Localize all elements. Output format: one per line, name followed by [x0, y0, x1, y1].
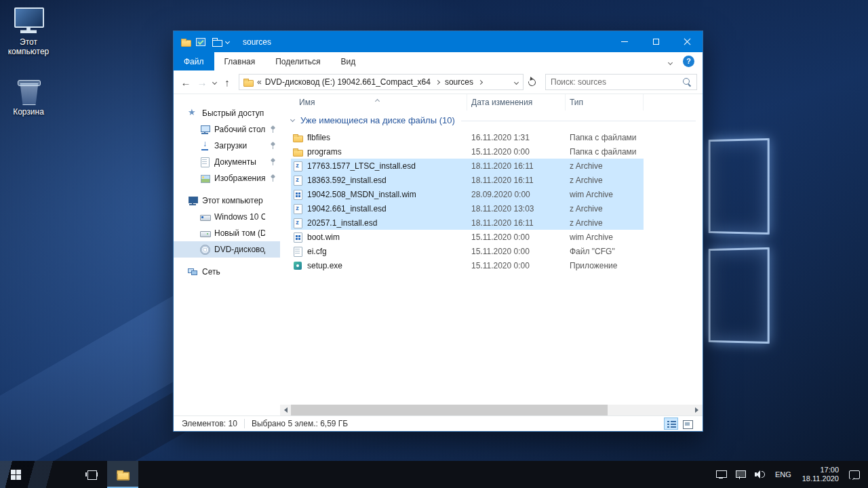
column-sort-caret-icon[interactable] — [376, 96, 379, 105]
sidebar-item-label: Рабочий стол — [214, 125, 265, 134]
group-header[interactable]: Уже имеющиеся на диске файлы (10) — [291, 110, 703, 130]
recent-locations-chevron-icon[interactable] — [210, 74, 219, 90]
close-button[interactable] — [671, 31, 703, 52]
file-row[interactable]: ei.cfg 15.11.2020 0:00 Файл "CFG" — [291, 244, 644, 258]
ribbon-tab[interactable]: Главная — [214, 52, 266, 70]
thumbnails-view-button[interactable] — [680, 418, 694, 430]
status-bar: Элементов: 10 Выбрано 5 элем.: 6,59 ГБ — [174, 415, 703, 431]
desktop-icon[interactable]: Этот компьютер — [4, 7, 53, 56]
forward-button[interactable]: → — [194, 74, 210, 90]
action-center-icon[interactable] — [848, 468, 861, 481]
file-row[interactable]: 17763.1577_LTSC_install.esd 18.11.2020 1… — [291, 159, 644, 173]
group-collapse-icon[interactable] — [291, 118, 294, 121]
file-type: wim Archive — [566, 190, 644, 199]
tray-network-icon[interactable] — [734, 468, 747, 481]
file-icon — [292, 146, 303, 157]
search-placeholder: Поиск: sources — [551, 77, 606, 87]
scrollbar-thumb[interactable] — [291, 405, 608, 415]
column-header[interactable]: Имя — [291, 94, 467, 110]
file-row[interactable]: flbfiles 16.11.2020 1:31 Папка с файлами — [291, 130, 644, 144]
desktop-icon-image — [12, 7, 45, 35]
qat-new-folder-icon[interactable] — [210, 35, 224, 49]
back-button[interactable]: ← — [178, 74, 194, 90]
language-indicator[interactable]: ENG — [773, 470, 793, 479]
system-tray: ENG 17:00 18.11.2020 — [714, 461, 868, 488]
ribbon-tab[interactable]: Поделиться — [265, 52, 330, 70]
sidebar-item-label: Загрузки — [214, 141, 265, 150]
maximize-icon — [653, 39, 659, 45]
qat-dropdown-icon[interactable] — [226, 40, 229, 43]
taskbar: ENG 17:00 18.11.2020 — [0, 461, 868, 488]
desktop-icon-label: Этот компьютер — [8, 37, 50, 56]
address-bar[interactable]: « DVD-дисковод (E:) 19042.661_Compact_x6… — [239, 74, 524, 90]
minimize-icon — [621, 41, 628, 42]
breadcrumb-item[interactable]: DVD-дисковод (E:) 19042.661_Compact_x64 — [265, 77, 445, 87]
search-box[interactable]: Поиск: sources — [545, 74, 697, 90]
refresh-button[interactable] — [524, 74, 540, 90]
titlebar[interactable]: sources — [174, 31, 703, 52]
up-button[interactable]: ↑ — [219, 74, 235, 90]
sidebar-item[interactable]: Документы — [174, 154, 280, 170]
sidebar-item[interactable]: Сеть — [174, 264, 280, 280]
search-icon[interactable] — [683, 78, 692, 87]
file-date: 15.11.2020 0:00 — [467, 232, 566, 242]
ribbon-tab-label: Главная — [224, 57, 256, 66]
column-header[interactable]: Дата изменения — [467, 94, 566, 110]
file-row[interactable]: programs 15.11.2020 0:00 Папка с файлами — [291, 144, 644, 159]
qat-properties-icon[interactable] — [194, 35, 208, 49]
breadcrumb-item[interactable]: sources — [445, 77, 488, 87]
task-view-button[interactable] — [76, 461, 107, 488]
scrollbar-track[interactable] — [291, 405, 692, 415]
file-list: flbfiles 16.11.2020 1:31 Папка с файлами… — [280, 130, 703, 272]
breadcrumb-chevron-icon[interactable] — [436, 81, 439, 84]
file-type: Папка с файлами — [566, 147, 644, 157]
help-button[interactable]: ? — [683, 56, 694, 67]
sidebar-item[interactable]: Быстрый доступ — [174, 105, 280, 121]
sidebar-item-icon — [187, 266, 198, 277]
sidebar-item-icon — [199, 124, 210, 135]
desktop-icon[interactable]: Корзина — [4, 77, 53, 117]
breadcrumb-overflow-button[interactable]: « — [257, 77, 262, 87]
sidebar-item[interactable]: DVD-дисковод (E:) — [174, 241, 280, 258]
file-row[interactable]: 19042.508_MSDN_install.wim 28.09.2020 0:… — [291, 187, 644, 201]
file-row[interactable]: 18363.592_install.esd 18.11.2020 16:11 z… — [291, 173, 644, 187]
maximize-button[interactable] — [640, 31, 671, 52]
details-view-button[interactable] — [664, 418, 678, 430]
file-row[interactable]: boot.wim 15.11.2020 0:00 wim Archive — [291, 230, 644, 244]
horizontal-scrollbar[interactable] — [280, 405, 703, 415]
sidebar-item[interactable]: Изображения — [174, 170, 280, 186]
scroll-right-arrow[interactable] — [692, 405, 703, 415]
tray-volume-icon[interactable] — [753, 468, 767, 481]
ribbon-expand-icon[interactable] — [669, 57, 672, 66]
scroll-left-arrow[interactable] — [280, 405, 291, 415]
pin-icon — [269, 125, 277, 134]
file-icon — [292, 218, 303, 228]
file-row[interactable]: setup.exe 15.11.2020 0:00 Приложение — [291, 258, 644, 272]
column-header[interactable]: Тип — [566, 94, 644, 110]
taskbar-clock[interactable]: 17:00 18.11.2020 — [800, 466, 842, 483]
address-toolbar: ← → ↑ « DVD-дисковод (E:) 19042.661_Comp… — [174, 70, 703, 94]
sidebar-item[interactable]: Новый том (D:) — [174, 225, 280, 241]
taskbar-explorer-button[interactable] — [107, 461, 138, 488]
file-icon — [292, 246, 303, 257]
file-name-cell: flbfiles — [291, 132, 467, 143]
minimize-button[interactable] — [609, 31, 640, 52]
ribbon-tabs: Файл Главная Поделиться Вид — [174, 52, 366, 70]
sidebar-item[interactable]: Windows 10 Compa — [174, 209, 280, 225]
start-button[interactable] — [0, 461, 31, 488]
sidebar-item[interactable]: Рабочий стол — [174, 121, 280, 138]
file-name: boot.wim — [307, 232, 340, 242]
tray-display-icon[interactable] — [714, 468, 728, 481]
file-name-cell: programs — [291, 146, 467, 157]
ribbon-tab[interactable]: Файл — [174, 52, 214, 70]
file-row[interactable]: 19042.661_install.esd 18.11.2020 13:03 z… — [291, 201, 644, 216]
sidebar-item[interactable]: Загрузки — [174, 138, 280, 154]
sidebar-item[interactable]: Этот компьютер — [174, 192, 280, 209]
sidebar-item-label: Windows 10 Compa — [214, 212, 265, 222]
file-row[interactable]: 20257.1_install.esd 18.11.2020 16:11 z A… — [291, 216, 644, 230]
file-name: 19042.508_MSDN_install.wim — [307, 190, 416, 199]
sidebar-item-icon — [199, 157, 210, 167]
address-dropdown-icon[interactable] — [515, 81, 519, 84]
ribbon-tab[interactable]: Вид — [330, 52, 366, 70]
breadcrumb-chevron-icon[interactable] — [479, 81, 482, 84]
